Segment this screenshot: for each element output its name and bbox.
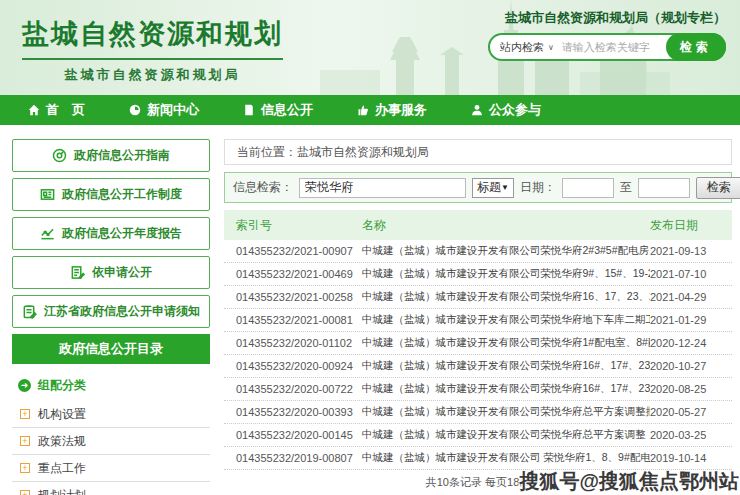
- sidebar-button-work-system[interactable]: 政府信息公开工作制度: [12, 178, 210, 211]
- table-row[interactable]: 014355232/2020-00393 中城建（盐城）城市建设开发有限公司荣悦…: [224, 401, 732, 424]
- row-date: 2020-08-25: [650, 383, 732, 395]
- row-date: 2020-03-25: [650, 429, 732, 441]
- sidebar-button-label: 江苏省政府信息公开申请须知: [44, 303, 200, 320]
- site-search-button[interactable]: 检索: [666, 33, 726, 61]
- sidebar-item-orgs[interactable]: + 机构设置: [12, 401, 210, 428]
- sidebar-item-policies[interactable]: + 政策法规: [12, 428, 210, 455]
- row-title-link[interactable]: 中城建（盐城）城市建设开发有限公司荣悦华府9#、15#、19-20 ...: [356, 267, 650, 281]
- row-title-link[interactable]: 中城建（盐城）城市建设开发有限公司荣悦华府16#、17#、23#、 ...: [356, 382, 650, 396]
- sidebar-button-apply-disclosure[interactable]: 依申请公开: [12, 256, 210, 289]
- row-title-link[interactable]: 中城建（盐城）城市建设开发有限公司荣悦华府16#、17#、23#、 ...: [356, 359, 650, 373]
- home-icon: [28, 104, 40, 116]
- table-row[interactable]: 014355232/2021-00907 中城建（盐城）城市建设开发有限公司荣悦…: [224, 240, 732, 263]
- site-search-bar: 站内检索 ∨ 检索: [488, 33, 726, 61]
- table-row[interactable]: 014355232/2020-00924 中城建（盐城）城市建设开发有限公司荣悦…: [224, 355, 732, 378]
- table-row[interactable]: 014355232/2021-00258 中城建（盐城）城市建设开发有限公司荣悦…: [224, 286, 732, 309]
- nav-label: 公众参与: [489, 101, 541, 119]
- field-select-value: 标题: [477, 179, 501, 196]
- table-header: 索引号 名称 发布日期: [224, 210, 732, 240]
- col-header-date: 发布日期: [650, 217, 732, 234]
- chevron-down-icon: ▼: [501, 183, 509, 192]
- row-index: 014355232/2020-00145: [224, 429, 356, 441]
- search-scope-dropdown[interactable]: 站内检索 ∨: [500, 40, 554, 55]
- nav-label: 首 页: [46, 101, 85, 119]
- portal-label: 盐城市自然资源和规划局（规划专栏）: [505, 9, 726, 27]
- table-row[interactable]: 014355232/2021-00081 中城建（盐城）城市建设开发有限公司荣悦…: [224, 309, 732, 332]
- sidebar-button-label: 政府信息公开年度报告: [62, 225, 182, 242]
- nav-label: 信息公开: [261, 101, 313, 119]
- news-icon: [129, 104, 141, 116]
- row-index: 014355232/2021-00081: [224, 314, 356, 326]
- nav-item-participation[interactable]: 公众参与: [471, 101, 541, 119]
- keyword-input[interactable]: [299, 178, 466, 198]
- row-index: 014355232/2021-00469: [224, 268, 356, 280]
- content-area: 政府信息公开指南 政府信息公开工作制度 政府信息公开年度报告 依申请公开 江苏省…: [0, 125, 740, 495]
- table-row[interactable]: 014355232/2020-01102 中城建（盐城）城市建设开发有限公司荣悦…: [224, 332, 732, 355]
- col-header-name: 名称: [356, 217, 650, 234]
- table-row[interactable]: 014355232/2019-00807 中城建（盐城）城市建设开发有限公司 荣…: [224, 447, 732, 470]
- row-date: 2019-10-14: [650, 452, 732, 464]
- nav-item-info[interactable]: 信息公开: [243, 101, 313, 119]
- breadcrumb: 当前位置：盐城市自然资源和规划局: [224, 139, 732, 165]
- sidebar-category-group[interactable]: ➜ 组配分类: [12, 372, 210, 401]
- page: 盐城自然资源和规划 盐城市自然资源和规划局 盐城市自然资源和规划局（规划专栏） …: [0, 0, 740, 495]
- nav-item-news[interactable]: 新闻中心: [129, 101, 199, 119]
- sidebar-item-planning[interactable]: + 规划计划: [12, 482, 210, 495]
- report-chart-icon: [40, 226, 55, 241]
- site-title: 盐城自然资源和规划: [22, 16, 283, 60]
- filter-bar: 信息检索： 标题 ▼ 日期： 至 检索: [224, 172, 732, 203]
- row-date: 2020-05-27: [650, 406, 732, 418]
- row-index: 014355232/2020-01102: [224, 337, 356, 349]
- row-date: 2021-04-29: [650, 291, 732, 303]
- site-search-input[interactable]: [562, 41, 668, 53]
- sidebar-button-annual-report[interactable]: 政府信息公开年度报告: [12, 217, 210, 250]
- category-group-label: 组配分类: [38, 377, 86, 394]
- row-title-link[interactable]: 中城建（盐城）城市建设开发有限公司荣悦华府1#配电室、8#配电室、 ...: [356, 336, 650, 350]
- table-row[interactable]: 014355232/2020-00722 中城建（盐城）城市建设开发有限公司荣悦…: [224, 378, 732, 401]
- plus-box-icon: +: [20, 436, 30, 446]
- date-to-input[interactable]: [638, 178, 690, 198]
- search-scope-label: 站内检索: [500, 40, 544, 55]
- table-row[interactable]: 014355232/2020-00145 中城建（盐城）城市建设开发有限公司荣悦…: [224, 424, 732, 447]
- guide-compass-icon: [52, 148, 67, 163]
- plus-box-icon: +: [20, 409, 30, 419]
- row-index: 014355232/2020-00924: [224, 360, 356, 372]
- nav-item-home[interactable]: 首 页: [28, 101, 85, 119]
- info-document-icon: [243, 104, 255, 116]
- row-index: 014355232/2021-00907: [224, 245, 356, 257]
- date-to-label: 至: [620, 179, 632, 196]
- row-title-link[interactable]: 中城建（盐城）城市建设开发有限公司荣悦华府地下车库二期工程A区-2 ...: [356, 313, 650, 327]
- apply-document-icon: [70, 265, 85, 280]
- person-icon: [471, 104, 483, 116]
- sidebar-button-application-notice[interactable]: 江苏省政府信息公开申请须知: [12, 295, 210, 328]
- col-header-index: 索引号: [224, 217, 356, 234]
- row-date: 2021-07-10: [650, 268, 732, 280]
- newspaper-icon: [40, 187, 55, 202]
- row-title-link[interactable]: 中城建（盐城）城市建设开发有限公司荣悦华府总平方案调整: [356, 428, 650, 442]
- row-title-link[interactable]: 中城建（盐城）城市建设开发有限公司荣悦华府总平方案调整批后公告: [356, 405, 650, 419]
- category-label: 规划计划: [38, 487, 86, 495]
- notice-clipboard-icon: [22, 304, 37, 319]
- site-header: 盐城自然资源和规划 盐城市自然资源和规划局 盐城市自然资源和规划局（规划专栏） …: [0, 0, 740, 95]
- date-from-input[interactable]: [562, 178, 614, 198]
- table-row[interactable]: 014355232/2021-00469 中城建（盐城）城市建设开发有限公司荣悦…: [224, 263, 732, 286]
- filter-search-button[interactable]: 检索: [696, 177, 740, 199]
- sidebar-button-label: 政府信息公开指南: [74, 147, 170, 164]
- sidebar-button-label: 依申请公开: [92, 264, 152, 281]
- nav-item-services[interactable]: 办事服务: [357, 101, 427, 119]
- row-title-link[interactable]: 中城建（盐城）城市建设开发有限公司 荣悦华府1、8、9#配电房补发 ...: [356, 451, 650, 465]
- row-title-link[interactable]: 中城建（盐城）城市建设开发有限公司荣悦华府2#3#5#配电房、4# ...: [356, 244, 650, 258]
- field-select[interactable]: 标题 ▼: [472, 178, 514, 198]
- sidebar-button-guide[interactable]: 政府信息公开指南: [12, 139, 210, 172]
- thumbs-up-icon: [357, 104, 369, 116]
- category-label: 重点工作: [38, 460, 86, 477]
- site-subtitle: 盐城市自然资源和规划局: [22, 66, 283, 84]
- main-panel: 当前位置：盐城市自然资源和规划局 信息检索： 标题 ▼ 日期： 至 检索 索引号…: [224, 139, 732, 495]
- sidebar-item-key-work[interactable]: + 重点工作: [12, 455, 210, 482]
- row-index: 014355232/2021-00258: [224, 291, 356, 303]
- chevron-down-icon: ∨: [548, 43, 554, 52]
- date-label: 日期：: [520, 179, 556, 196]
- row-index: 014355232/2020-00393: [224, 406, 356, 418]
- sidebar-directory-title[interactable]: 政府信息公开目录: [12, 334, 210, 364]
- row-title-link[interactable]: 中城建（盐城）城市建设开发有限公司荣悦华府16、17、23、29、 ...: [356, 290, 650, 304]
